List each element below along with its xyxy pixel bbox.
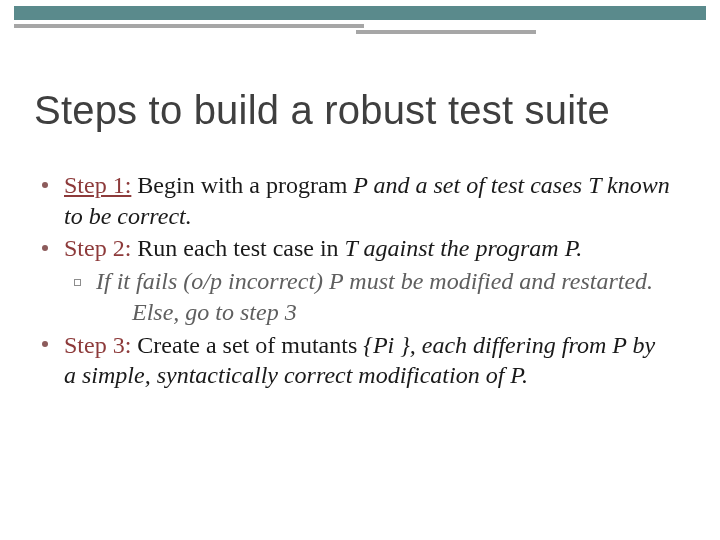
accent-line-right bbox=[356, 30, 536, 34]
slide-body: Step 1: Begin with a program P and a set… bbox=[38, 170, 672, 393]
bullet-icon bbox=[42, 341, 48, 347]
slide-title: Steps to build a robust test suite bbox=[34, 88, 686, 133]
step-2-label: Step 2: bbox=[64, 235, 131, 261]
sub-text-a: If it fails (o/p incorrect) P must be mo… bbox=[96, 268, 653, 294]
sub-bullet-icon bbox=[74, 279, 81, 286]
step-3-text-a: Create a set of mutants bbox=[131, 332, 363, 358]
step-2-text-b: T against the program P. bbox=[345, 235, 583, 261]
bullet-icon bbox=[42, 245, 48, 251]
bullet-icon bbox=[42, 182, 48, 188]
decorative-top-bar bbox=[0, 0, 720, 40]
bullet-step-1: Step 1: Begin with a program P and a set… bbox=[38, 170, 672, 231]
accent-stripe bbox=[14, 6, 706, 20]
sub-bullet: If it fails (o/p incorrect) P must be mo… bbox=[38, 266, 672, 327]
step-2-text-a: Run each test case in bbox=[131, 235, 344, 261]
sub-text-b: Else, go to step 3 bbox=[132, 299, 297, 325]
bullet-step-3: Step 3: Create a set of mutants {Pi }, e… bbox=[38, 330, 672, 391]
step-1-text-a: Begin with a program bbox=[131, 172, 353, 198]
step-3-label: Step 3: bbox=[64, 332, 131, 358]
step-1-label: Step 1: bbox=[64, 172, 131, 198]
accent-line-left bbox=[14, 24, 364, 28]
bullet-step-2: Step 2: Run each test case in T against … bbox=[38, 233, 672, 264]
slide: Steps to build a robust test suite Step … bbox=[0, 0, 720, 540]
